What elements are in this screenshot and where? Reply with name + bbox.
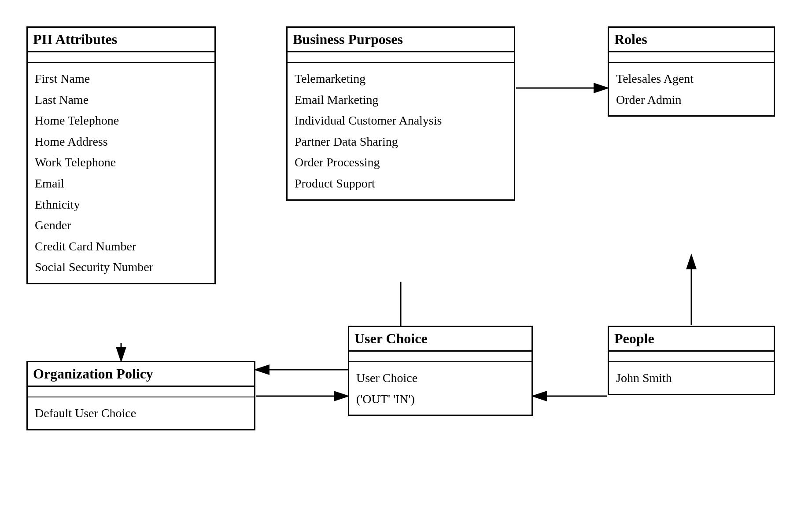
list-item: Default User Choice [35, 403, 247, 424]
bp-body: Telemarketing Email Marketing Individual… [288, 63, 514, 199]
list-item: Email [35, 173, 207, 194]
diagram-container: PII Attributes First Name Last Name Home… [0, 0, 812, 507]
list-item: Individual Customer Analysis [295, 110, 507, 131]
uc-subheader [349, 352, 531, 362]
list-item: Partner Data Sharing [295, 131, 507, 152]
op-subheader [28, 387, 254, 397]
people-body: John Smith [609, 362, 774, 394]
list-item: John Smith [616, 367, 767, 389]
list-item: Social Security Number [35, 257, 207, 278]
list-item: Last Name [35, 89, 207, 110]
op-body: Default User Choice [28, 397, 254, 429]
list-item: Email Marketing [295, 89, 507, 110]
uc-body: User Choice('OUT' 'IN') [349, 362, 531, 415]
roles-title: Roles [609, 28, 774, 52]
list-item: User Choice('OUT' 'IN') [356, 367, 524, 409]
pii-title: PII Attributes [28, 28, 214, 52]
list-item: Home Address [35, 131, 207, 152]
list-item: Product Support [295, 173, 507, 194]
business-purposes-box: Business Purposes Telemarketing Email Ma… [286, 26, 515, 201]
list-item: Order Processing [295, 152, 507, 173]
roles-subheader [609, 52, 774, 63]
pii-subheader [28, 52, 214, 63]
people-subheader [609, 352, 774, 362]
org-policy-box: Organization Policy Default User Choice [26, 361, 255, 430]
roles-body: Telesales Agent Order Admin [609, 63, 774, 115]
list-item: Telesales Agent [616, 68, 767, 89]
list-item: Credit Card Number [35, 236, 207, 257]
people-title: People [609, 327, 774, 352]
list-item: Gender [35, 215, 207, 236]
list-item: Ethnicity [35, 194, 207, 215]
list-item: Work Telephone [35, 152, 207, 173]
pii-attributes-box: PII Attributes First Name Last Name Home… [26, 26, 216, 284]
bp-title: Business Purposes [288, 28, 514, 52]
uc-title: User Choice [349, 327, 531, 352]
people-box: People John Smith [608, 326, 775, 395]
bp-subheader [288, 52, 514, 63]
op-title: Organization Policy [28, 362, 254, 387]
roles-box: Roles Telesales Agent Order Admin [608, 26, 775, 117]
list-item: First Name [35, 68, 207, 89]
pii-body: First Name Last Name Home Telephone Home… [28, 63, 214, 283]
list-item: Telemarketing [295, 68, 507, 89]
list-item: Order Admin [616, 89, 767, 110]
list-item: Home Telephone [35, 110, 207, 131]
user-choice-box: User Choice User Choice('OUT' 'IN') [348, 326, 533, 416]
